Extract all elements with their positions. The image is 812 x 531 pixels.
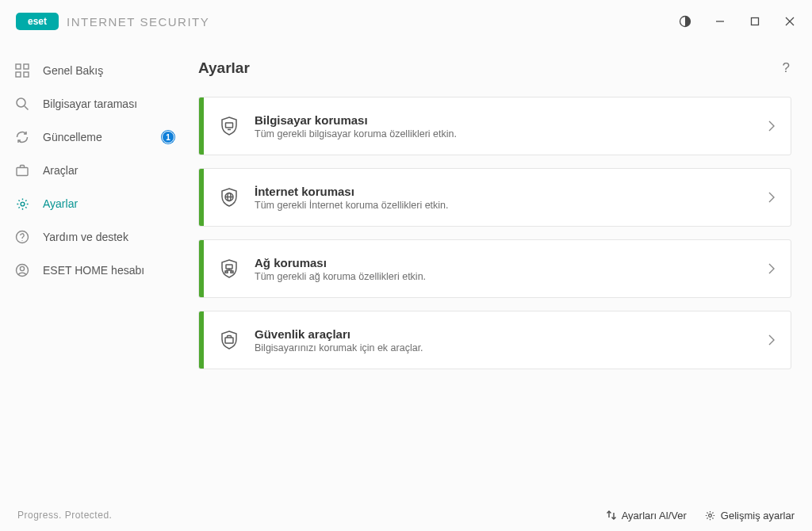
card-title: Bilgisayar koruması [255, 113, 753, 127]
help-button[interactable]: ? [781, 57, 791, 79]
svg-point-9 [17, 98, 25, 107]
svg-rect-17 [226, 123, 233, 128]
sidebar-item-label: Bilgisayar taraması [43, 97, 137, 110]
card-security-tools[interactable]: Güvenlik araçları Bilgisayarınızı koruma… [198, 311, 791, 369]
sidebar-item-overview[interactable]: Genel Bakış [0, 54, 193, 87]
sidebar-item-help[interactable]: Yardım ve destek [0, 220, 193, 254]
refresh-icon [14, 129, 30, 145]
footer: Progress. Protected. Ayarları Al/Ver Gel… [0, 499, 812, 531]
maximize-button[interactable] [739, 8, 771, 35]
svg-rect-23 [225, 271, 228, 273]
sidebar: Genel Bakış Bilgisayar taraması Güncelle… [0, 43, 193, 499]
card-subtitle: Tüm gerekli bilgisayar koruma özellikler… [255, 128, 753, 139]
footer-tagline: Progress. Protected. [17, 510, 112, 521]
close-button[interactable] [774, 8, 806, 35]
svg-rect-11 [17, 168, 28, 176]
tools-shield-icon [204, 329, 255, 351]
sidebar-item-account[interactable]: ESET HOME hesabı [0, 254, 193, 287]
card-internet-protection[interactable]: İnternet koruması Tüm gerekli İnternet k… [198, 168, 791, 227]
contrast-button[interactable] [669, 8, 701, 35]
svg-point-14 [21, 240, 22, 241]
sidebar-item-label: Araçlar [43, 164, 78, 177]
account-icon [14, 262, 30, 278]
card-subtitle: Tüm gerekli ağ koruma özellikleri etkin. [255, 271, 753, 282]
svg-rect-24 [231, 271, 233, 273]
card-computer-protection[interactable]: Bilgisayar koruması Tüm gerekli bilgisay… [198, 97, 791, 155]
sidebar-item-tools[interactable]: Araçlar [0, 154, 193, 187]
sidebar-item-settings[interactable]: Ayarlar [0, 187, 193, 220]
brand-logo: eset [16, 13, 59, 30]
gear-icon [14, 196, 30, 212]
overview-icon [14, 63, 30, 78]
main-content: Ayarlar ? Bilgisayar koruması Tüm gerekl… [193, 43, 812, 499]
sidebar-item-label: Genel Bakış [43, 64, 103, 77]
chevron-right-icon [753, 191, 791, 204]
card-subtitle: Bilgisayarınızı korumak için ek araçlar. [255, 342, 753, 353]
card-network-protection[interactable]: Ağ koruması Tüm gerekli ağ koruma özelli… [198, 239, 791, 298]
svg-point-32 [708, 514, 711, 517]
sidebar-item-label: Güncelleme [43, 131, 102, 143]
svg-point-12 [21, 202, 25, 206]
card-title: Ağ koruması [255, 256, 753, 269]
footer-link-label: Gelişmiş ayarlar [721, 510, 795, 521]
update-badge: 1 [162, 131, 174, 143]
card-subtitle: Tüm gerekli İnternet koruma özellikleri … [255, 200, 753, 211]
svg-point-16 [20, 266, 24, 270]
sidebar-item-update[interactable]: Güncelleme 1 [0, 120, 193, 154]
search-icon [14, 96, 30, 112]
advanced-settings-link[interactable]: Gelişmiş ayarlar [704, 510, 795, 521]
help-icon [14, 229, 30, 245]
footer-link-label: Ayarları Al/Ver [622, 510, 687, 521]
chevron-right-icon [753, 262, 791, 275]
sidebar-item-label: Ayarlar [43, 197, 78, 210]
brand-name: INTERNET SECURITY [67, 15, 209, 29]
svg-rect-5 [16, 64, 21, 69]
gear-icon [704, 510, 716, 521]
window-controls [669, 8, 806, 35]
svg-rect-8 [24, 72, 29, 77]
card-title: Güvenlik araçları [255, 327, 753, 341]
import-export-icon [606, 510, 617, 521]
import-export-link[interactable]: Ayarları Al/Ver [606, 510, 687, 521]
briefcase-icon [14, 162, 30, 178]
brand: eset INTERNET SECURITY [16, 13, 209, 30]
computer-shield-icon [204, 115, 255, 137]
sidebar-item-scan[interactable]: Bilgisayar taraması [0, 87, 193, 120]
svg-rect-2 [752, 18, 759, 25]
svg-rect-22 [226, 265, 232, 269]
globe-shield-icon [204, 186, 255, 208]
settings-cards: Bilgisayar koruması Tüm gerekli bilgisay… [198, 97, 791, 369]
svg-rect-6 [24, 64, 29, 69]
svg-line-10 [25, 106, 29, 110]
svg-rect-29 [225, 338, 233, 343]
titlebar: eset INTERNET SECURITY [0, 0, 812, 43]
svg-rect-7 [16, 72, 21, 77]
chevron-right-icon [753, 334, 791, 346]
sidebar-item-label: Yardım ve destek [43, 231, 128, 243]
minimize-button[interactable] [704, 8, 736, 35]
sidebar-item-label: ESET HOME hesabı [43, 264, 144, 277]
card-title: İnternet koruması [255, 185, 753, 198]
page-title: Ayarlar [198, 59, 250, 77]
network-shield-icon [204, 258, 255, 280]
chevron-right-icon [753, 120, 791, 132]
